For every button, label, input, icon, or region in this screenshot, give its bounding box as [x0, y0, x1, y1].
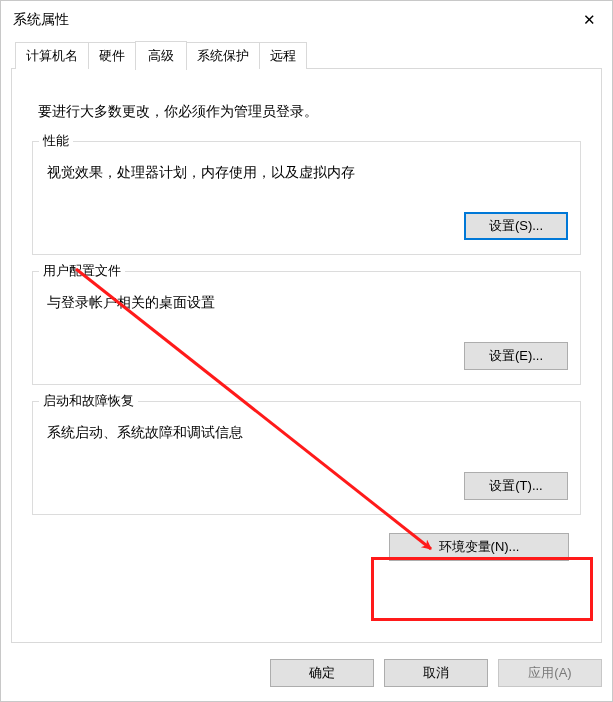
group-desc: 视觉效果，处理器计划，内存使用，以及虚拟内存: [47, 164, 568, 182]
cancel-button[interactable]: 取消: [384, 659, 488, 687]
startup-recovery-settings-button[interactable]: 设置(T)...: [464, 472, 568, 500]
group-button-row: 设置(S)...: [47, 212, 568, 240]
window-title: 系统属性: [13, 11, 566, 29]
group-title: 性能: [39, 132, 73, 150]
env-variables-row: 环境变量(N)...: [32, 533, 581, 561]
performance-settings-button[interactable]: 设置(S)...: [464, 212, 568, 240]
tab-label: 远程: [270, 48, 296, 63]
user-profiles-settings-button[interactable]: 设置(E)...: [464, 342, 568, 370]
group-user-profiles: 用户配置文件 与登录帐户相关的桌面设置 设置(E)...: [32, 271, 581, 385]
tab-system-protection[interactable]: 系统保护: [186, 42, 260, 69]
group-desc: 系统启动、系统故障和调试信息: [47, 424, 568, 442]
tab-panel-advanced: 要进行大多数更改，你必须作为管理员登录。 性能 视觉效果，处理器计划，内存使用，…: [11, 68, 602, 643]
titlebar: 系统属性 ✕: [1, 1, 612, 39]
ok-button[interactable]: 确定: [270, 659, 374, 687]
group-title: 用户配置文件: [39, 262, 125, 280]
close-button[interactable]: ✕: [566, 1, 612, 39]
tab-computer-name[interactable]: 计算机名: [15, 42, 89, 69]
group-startup-recovery: 启动和故障恢复 系统启动、系统故障和调试信息 设置(T)...: [32, 401, 581, 515]
tab-hardware[interactable]: 硬件: [88, 42, 136, 69]
dialog-content: 计算机名 硬件 高级 系统保护 远程 要进行大多数更改，你必须作为管理员登录。 …: [11, 43, 602, 691]
tab-label: 硬件: [99, 48, 125, 63]
tab-strip: 计算机名 硬件 高级 系统保护 远程: [11, 43, 602, 69]
group-button-row: 设置(T)...: [47, 472, 568, 500]
group-button-row: 设置(E)...: [47, 342, 568, 370]
apply-button[interactable]: 应用(A): [498, 659, 602, 687]
admin-notice: 要进行大多数更改，你必须作为管理员登录。: [38, 103, 581, 121]
close-icon: ✕: [583, 11, 596, 29]
environment-variables-button[interactable]: 环境变量(N)...: [389, 533, 569, 561]
tab-remote[interactable]: 远程: [259, 42, 307, 69]
group-desc: 与登录帐户相关的桌面设置: [47, 294, 568, 312]
group-performance: 性能 视觉效果，处理器计划，内存使用，以及虚拟内存 设置(S)...: [32, 141, 581, 255]
tab-label: 系统保护: [197, 48, 249, 63]
tab-label: 计算机名: [26, 48, 78, 63]
system-properties-window: 系统属性 ✕ 计算机名 硬件 高级 系统保护 远程 要进行大多数更改，你必须作为…: [0, 0, 613, 702]
tab-label: 高级: [148, 48, 174, 63]
dialog-button-row: 确定 取消 应用(A): [270, 659, 602, 687]
group-title: 启动和故障恢复: [39, 392, 138, 410]
tab-advanced[interactable]: 高级: [135, 41, 187, 70]
